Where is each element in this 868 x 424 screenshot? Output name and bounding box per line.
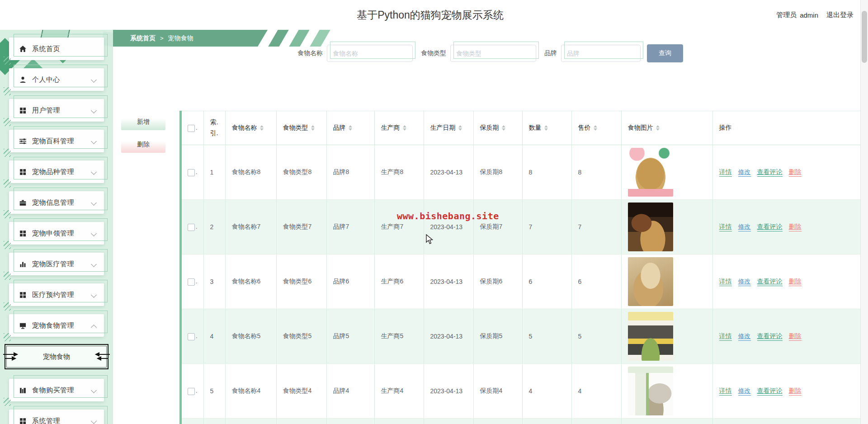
query-button[interactable]: 查询	[647, 44, 683, 62]
add-button[interactable]: 新增	[121, 113, 165, 130]
sidebar-item-pet-wiki[interactable]: 宠物百科管理	[9, 130, 104, 152]
edit-link[interactable]: 修改	[738, 387, 751, 396]
resize-arrows-icon	[3, 351, 19, 362]
row-checkbox[interactable]	[188, 388, 195, 395]
col-header-brand[interactable]: 品牌	[326, 111, 374, 145]
cell-food-name: 食物名称8	[225, 145, 276, 200]
detail-link[interactable]: 详情	[719, 223, 732, 231]
chevron-down-icon	[91, 108, 97, 113]
sort-icon[interactable]	[502, 123, 505, 132]
sidebar-item-system-mgmt[interactable]: 系统管理	[9, 410, 104, 424]
sidebar-item-pet-adoption[interactable]: 宠物申领管理	[9, 222, 104, 245]
input-wrap	[561, 45, 641, 62]
col-header-shelf-life[interactable]: 保质期	[473, 111, 522, 145]
cell-food-type: 食物类型6	[276, 254, 326, 309]
logout-link[interactable]: 退出登录	[826, 11, 854, 19]
sidebar-item-home[interactable]: 系统首页	[9, 38, 104, 60]
cell-brand: 品牌6	[326, 254, 374, 309]
sort-icon[interactable]	[544, 123, 548, 132]
sidebar-item-profile[interactable]: 个人中心	[9, 68, 104, 91]
delete-link[interactable]: 删除	[789, 278, 802, 286]
cell-quantity: 7	[522, 200, 571, 254]
input-wrap	[327, 45, 413, 62]
cell-quantity: 6	[522, 254, 571, 309]
chevron-down-icon	[91, 387, 97, 393]
sidebar-item-pet-food-mgmt[interactable]: 宠物食物管理	[9, 314, 104, 337]
search-label-food-name: 食物名称	[297, 49, 323, 57]
sidebar-item-medical-appointment[interactable]: 医疗预约管理	[9, 283, 104, 306]
chevron-down-icon	[91, 169, 97, 175]
home-icon	[19, 45, 27, 53]
watermark-text: www.bishebang.site	[397, 211, 499, 221]
detail-link[interactable]: 详情	[719, 387, 732, 396]
view-comments-link[interactable]: 查看评论	[757, 332, 783, 341]
building-icon	[19, 386, 27, 394]
sidebar-item-pet-info[interactable]: 宠物信息管理	[9, 191, 104, 214]
row-checkbox[interactable]	[188, 224, 195, 231]
delete-button[interactable]: 删除	[121, 136, 165, 153]
col-header-price[interactable]: 售价	[571, 111, 621, 145]
edit-link[interactable]: 修改	[738, 223, 751, 231]
col-header-food-name[interactable]: 食物名称	[225, 111, 276, 145]
food-type-input[interactable]	[450, 45, 536, 62]
brand-input[interactable]	[561, 45, 641, 62]
select-all-checkbox[interactable]	[188, 125, 195, 132]
cell-index: 3	[203, 254, 225, 309]
view-comments-link[interactable]: 查看评论	[757, 387, 783, 396]
view-comments-link[interactable]: 查看评论	[757, 168, 783, 177]
delete-link[interactable]: 删除	[789, 332, 802, 341]
cell-index: 5	[203, 364, 225, 419]
cell-operations: 详情修改查看评论删除	[712, 254, 860, 309]
col-header-date[interactable]: 生产日期	[424, 111, 473, 145]
table-header-row: . 索.引. 食物名称 食物类型 品牌 生产商 生产日期 保质期 数量 售价 食…	[182, 111, 860, 145]
row-checkbox[interactable]	[188, 278, 195, 286]
vertical-scrollbar[interactable]	[860, 0, 868, 424]
food-name-input[interactable]	[327, 45, 413, 62]
detail-link[interactable]: 详情	[719, 332, 732, 341]
col-header-image[interactable]: 食物图片	[621, 111, 712, 145]
sort-icon[interactable]	[311, 123, 315, 132]
breadcrumb-current: 宠物食物	[168, 34, 193, 42]
delete-link[interactable]: 删除	[789, 387, 802, 396]
delete-link[interactable]: 删除	[789, 168, 802, 177]
food-image	[628, 203, 673, 251]
view-comments-link[interactable]: 查看评论	[757, 278, 783, 286]
breadcrumb-separator: >	[160, 35, 164, 42]
breadcrumb-home[interactable]: 系统首页	[130, 34, 156, 42]
sidebar-subitem-pet-food[interactable]: 宠物食物	[6, 346, 107, 367]
delete-link[interactable]: 删除	[789, 223, 802, 231]
sidebar-item-food-purchase[interactable]: 食物购买管理	[9, 379, 104, 401]
edit-link[interactable]: 修改	[738, 332, 751, 341]
cell-producer: 生产商8	[374, 145, 424, 200]
cell-operations: 详情修改查看评论删除	[712, 364, 860, 419]
col-header-index: 索.引.	[203, 111, 225, 145]
sort-icon[interactable]	[349, 123, 352, 132]
detail-link[interactable]: 详情	[719, 278, 732, 286]
sidebar-item-label: 系统首页	[32, 45, 60, 53]
grid-icon	[19, 230, 27, 237]
cell-image	[621, 364, 712, 419]
col-header-food-type[interactable]: 食物类型	[276, 111, 326, 145]
edit-link[interactable]: 修改	[738, 278, 751, 286]
col-header-producer[interactable]: 生产商	[374, 111, 424, 145]
sidebar-item-pet-medical[interactable]: 宠物医疗管理	[9, 253, 104, 275]
detail-link[interactable]: 详情	[719, 168, 732, 177]
top-bar: 基于Python的猫狗宠物展示系统	[0, 0, 860, 30]
sort-icon[interactable]	[656, 123, 660, 132]
row-checkbox[interactable]	[188, 333, 195, 340]
sort-icon[interactable]	[260, 123, 264, 132]
edit-link[interactable]: 修改	[738, 168, 751, 177]
sliders-icon	[19, 137, 27, 145]
row-checkbox[interactable]	[188, 169, 195, 176]
view-comments-link[interactable]: 查看评论	[757, 223, 783, 231]
sort-icon[interactable]	[594, 123, 597, 132]
sort-icon[interactable]	[458, 123, 462, 132]
sidebar-item-pet-breed[interactable]: 宠物品种管理	[9, 160, 104, 183]
cell-operations: 详情修改查看评论删除	[712, 145, 860, 200]
sidebar-item-user-mgmt[interactable]: 用户管理	[9, 99, 104, 122]
scrollbar-thumb[interactable]	[862, 11, 867, 63]
cell-food-type: 食物类型5	[276, 309, 326, 364]
cell-food-type: 食物类型7	[276, 200, 326, 254]
sort-icon[interactable]	[403, 123, 406, 132]
col-header-quantity[interactable]: 数量	[522, 111, 571, 145]
